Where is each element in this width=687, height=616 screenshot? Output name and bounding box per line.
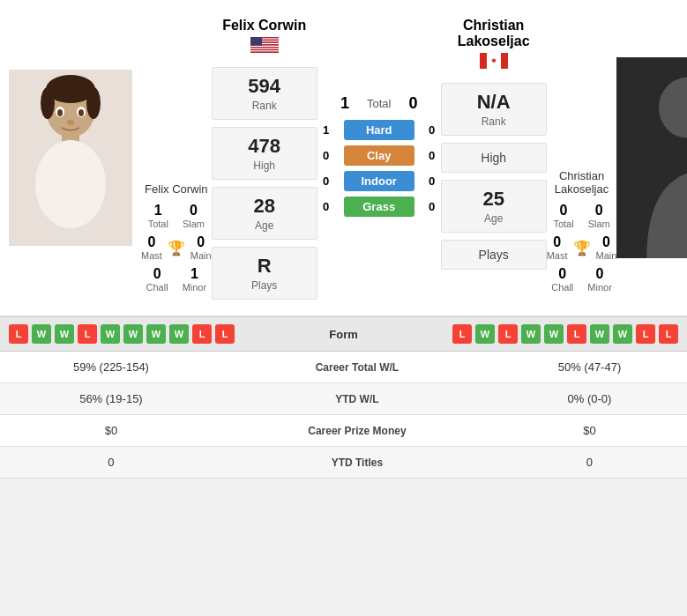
left-sub-stats: 1 Total 0 Slam [148,203,205,229]
right-player-name: Christian Lakoseljac [547,169,617,196]
right-player-info: Christian Lakoseljac 0 Total 0 Slam 0 Ma… [547,9,617,307]
left-form-badge-9: L [215,324,235,344]
right-form-badge-0: L [452,324,472,344]
right-form-badge-4: W [544,324,564,344]
right-rank-box: N/A Rank [441,83,547,136]
stats-row-0: 59% (225-154) Career Total W/L 50% (47-4… [0,352,687,383]
stats-table: 59% (225-154) Career Total W/L 50% (47-4… [0,352,687,479]
svg-rect-20 [250,47,279,48]
svg-rect-22 [250,49,279,50]
left-form-badge-6: W [146,324,166,344]
svg-point-4 [86,87,101,119]
left-form-badge-1: W [32,324,51,344]
right-sub-stats2: 0 Chall 0 Minor [551,266,612,293]
left-rank-box: 594 Rank [212,67,317,120]
right-form-badge-1: W [475,324,495,344]
right-flag [480,53,508,69]
surface-row-hard: 1 Hard 0 [317,120,441,140]
svg-rect-23 [250,50,279,51]
left-chall-stat: 0 Chall [146,266,168,293]
right-slam-stat: 0 Slam [588,203,610,229]
surface-row-clay: 0 Clay 0 [317,145,441,166]
svg-rect-24 [250,52,279,53]
svg-rect-21 [250,48,279,48]
right-plays-box: Plays [441,240,547,270]
left-form-badge-8: L [192,324,212,344]
left-form-badge-0: L [9,324,28,344]
left-trophy-icon: 🏆 [168,240,185,256]
right-minor-stat: 0 Minor [587,266,612,293]
form-section: LWWLWWWWLL Form LWLWWLWWLL [0,316,687,352]
right-form: LWLWWLWWLL [410,324,679,344]
right-form-badge-5: L [567,324,586,344]
center-surfaces-col: 1 Total 0 1 Hard 0 0 Clay 0 0 Indoor 0 0… [317,9,441,307]
surface-rows: 1 Hard 0 0 Clay 0 0 Indoor 0 0 Grass 0 [317,120,441,222]
right-total-stat: 0 Total [553,203,573,229]
right-form-badge-9: L [659,324,678,344]
left-player-photo-col [0,9,141,307]
svg-rect-25 [250,37,262,46]
right-player-name-header: Christian Lakoseljac [441,18,547,49]
left-form-badge-4: W [101,324,120,344]
right-sub-stats: 0 Total 0 Slam [553,203,609,229]
right-age-box: 25 Age [441,180,547,233]
svg-point-11 [67,120,74,125]
right-mast-stat: 0 Mast [547,234,568,261]
svg-point-6 [35,140,106,228]
right-form-badge-8: L [636,324,655,344]
stats-row-2: $0 Career Prize Money $0 [0,415,687,447]
svg-rect-27 [480,53,487,69]
left-main-stat: 0 Main [190,234,212,261]
left-age-box: 28 Age [212,187,317,240]
right-player-photo [616,57,687,259]
stats-row-3: 0 YTD Titles 0 [0,447,687,479]
svg-rect-19 [250,46,279,47]
left-form-badge-5: W [123,324,143,344]
left-player-info: Felix Corwin 1 Total 0 Slam 0 Mast 🏆 [141,9,212,307]
right-trophy-icon: 🏆 [573,240,591,256]
surface-row-indoor: 0 Indoor 0 [317,171,441,191]
right-main-stat: 0 Main [596,234,617,261]
left-player-name: Felix Corwin [145,182,208,196]
svg-point-3 [41,87,55,119]
right-form-badge-6: W [590,324,609,344]
left-total-stat: 1 Total [148,203,168,229]
svg-point-9 [57,109,63,116]
left-player-name-header: Felix Corwin [222,18,306,33]
total-row: 1 Total 0 [340,94,418,113]
left-minor-stat: 1 Minor [183,266,207,293]
form-label: Form [278,328,410,341]
right-high-box: High [441,143,547,173]
surface-row-grass: 0 Grass 0 [317,197,441,217]
left-form: LWWLWWWWLL [9,324,278,344]
left-plays-box: R Plays [212,247,317,300]
top-section: Felix Corwin 1 Total 0 Slam 0 Mast 🏆 [0,0,687,316]
left-sub-stats-row2: 0 Mast 🏆 0 Main [141,234,212,261]
left-player-photo [9,70,132,246]
right-form-badge-7: W [613,324,632,344]
main-container: Felix Corwin 1 Total 0 Slam 0 Mast 🏆 [0,0,687,479]
right-chall-stat: 0 Chall [551,266,573,293]
right-form-badge-3: W [521,324,541,344]
right-form-badge-2: L [498,324,518,344]
left-rank-col: Felix Corwin [212,9,317,307]
left-sub-stats2: 0 Chall 1 Minor [146,266,207,293]
left-high-box: 478 High [212,127,317,180]
left-mast-stat: 0 Mast [141,234,162,261]
left-slam-stat: 0 Slam [183,203,205,229]
right-sub-stats-row2: 0 Mast 🏆 0 Main [547,234,617,261]
svg-rect-28 [501,53,508,69]
left-form-badge-2: W [55,324,74,344]
right-player-photo-col [616,9,687,307]
stats-row-1: 56% (19-15) YTD W/L 0% (0-0) [0,383,687,415]
right-rank-col: Christian Lakoseljac N/A R [441,9,547,307]
svg-point-10 [78,109,84,116]
left-flag [250,37,279,53]
left-form-badge-7: W [169,324,189,344]
left-form-badge-3: L [78,324,97,344]
